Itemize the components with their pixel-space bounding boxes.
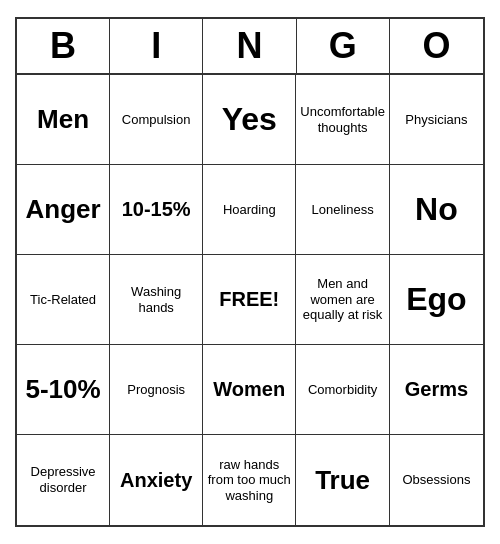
bingo-cell: Anger xyxy=(17,165,110,255)
cell-label: Washing hands xyxy=(114,284,198,315)
bingo-cell: Washing hands xyxy=(110,255,203,345)
bingo-cell: Loneliness xyxy=(296,165,390,255)
bingo-cell: Prognosis xyxy=(110,345,203,435)
cell-label: Men xyxy=(37,104,89,135)
cell-label: 5-10% xyxy=(25,374,100,405)
cell-label: Loneliness xyxy=(312,202,374,218)
cell-label: Yes xyxy=(222,101,277,138)
bingo-grid: MenCompulsionYesUncomfortable thoughtsPh… xyxy=(17,75,483,525)
bingo-cell: Comorbidity xyxy=(296,345,390,435)
header-letter: G xyxy=(297,19,390,73)
bingo-cell: Germs xyxy=(390,345,483,435)
header-letter: O xyxy=(390,19,483,73)
bingo-cell: Ego xyxy=(390,255,483,345)
cell-label: 10-15% xyxy=(122,198,191,221)
bingo-cell: Yes xyxy=(203,75,296,165)
cell-label: Tic-Related xyxy=(30,292,96,308)
cell-label: Men and women are equally at risk xyxy=(300,276,385,323)
cell-label: No xyxy=(415,191,458,228)
cell-label: Physicians xyxy=(405,112,467,128)
bingo-cell: True xyxy=(296,435,390,525)
cell-label: raw hands from too much washing xyxy=(207,457,291,504)
header-letter: B xyxy=(17,19,110,73)
bingo-cell: Women xyxy=(203,345,296,435)
bingo-cell: Physicians xyxy=(390,75,483,165)
bingo-cell: Anxiety xyxy=(110,435,203,525)
bingo-cell: Men xyxy=(17,75,110,165)
bingo-card: BINGO MenCompulsionYesUncomfortable thou… xyxy=(15,17,485,527)
bingo-cell: Tic-Related xyxy=(17,255,110,345)
cell-label: Anxiety xyxy=(120,469,192,492)
cell-label: Women xyxy=(213,378,285,401)
bingo-header: BINGO xyxy=(17,19,483,75)
cell-label: Compulsion xyxy=(122,112,191,128)
cell-label: Comorbidity xyxy=(308,382,377,398)
cell-label: Prognosis xyxy=(127,382,185,398)
cell-label: Uncomfortable thoughts xyxy=(300,104,385,135)
bingo-cell: Uncomfortable thoughts xyxy=(296,75,390,165)
bingo-cell: Hoarding xyxy=(203,165,296,255)
cell-label: Hoarding xyxy=(223,202,276,218)
bingo-cell: Depressive disorder xyxy=(17,435,110,525)
bingo-cell: Obsessions xyxy=(390,435,483,525)
cell-label: Anger xyxy=(25,194,100,225)
header-letter: I xyxy=(110,19,203,73)
bingo-cell: 5-10% xyxy=(17,345,110,435)
bingo-cell: FREE! xyxy=(203,255,296,345)
bingo-cell: 10-15% xyxy=(110,165,203,255)
header-letter: N xyxy=(203,19,296,73)
cell-label: FREE! xyxy=(219,288,279,311)
bingo-cell: Men and women are equally at risk xyxy=(296,255,390,345)
cell-label: Ego xyxy=(406,281,466,318)
bingo-cell: Compulsion xyxy=(110,75,203,165)
cell-label: Depressive disorder xyxy=(21,464,105,495)
cell-label: Obsessions xyxy=(402,472,470,488)
cell-label: True xyxy=(315,465,370,496)
cell-label: Germs xyxy=(405,378,468,401)
bingo-cell: raw hands from too much washing xyxy=(203,435,296,525)
bingo-cell: No xyxy=(390,165,483,255)
